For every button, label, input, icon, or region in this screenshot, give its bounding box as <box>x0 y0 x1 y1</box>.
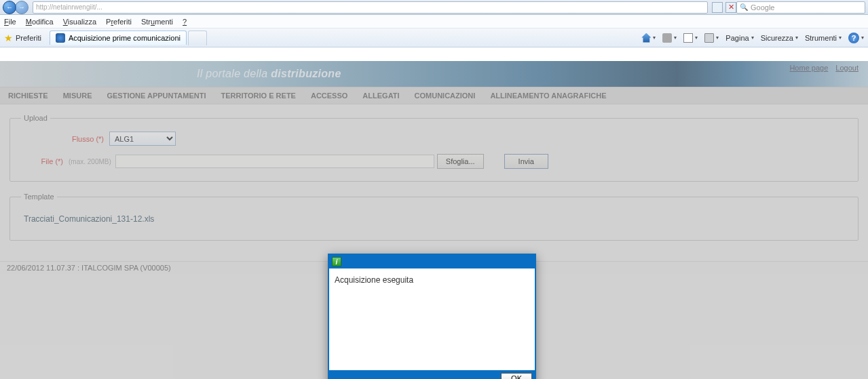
mail-button[interactable]: ▾ <box>683 33 698 43</box>
security-menu[interactable]: Sicurezza▾ <box>761 34 798 42</box>
tab-title: Acquisizione prime comunicazioni <box>69 34 181 42</box>
dialog-ok-button[interactable]: OK <box>501 373 532 379</box>
address-bar[interactable]: http://netainrwengiit/... <box>33 1 708 14</box>
stop-icon[interactable]: ✕ <box>725 2 736 13</box>
browser-tab-bar: ★ Preferiti Acquisizione prime comunicaz… <box>0 28 868 47</box>
tools-menu[interactable]: Strumenti▾ <box>805 34 842 42</box>
home-button[interactable]: ▾ <box>641 33 656 43</box>
menu-visualizza[interactable]: Visualizza <box>63 18 96 26</box>
print-icon <box>704 33 714 43</box>
page-content: Home page Logout Il portale della distri… <box>0 61 868 379</box>
menu-preferiti[interactable]: Preferiti <box>106 18 132 26</box>
info-icon: i <box>332 257 341 266</box>
browser-menu-bar: File Modifica Visualizza Preferiti Strum… <box>0 15 868 28</box>
rss-button[interactable]: ▾ <box>662 33 677 43</box>
ie-icon <box>56 33 65 43</box>
search-box[interactable]: 🔍 Google <box>736 1 865 14</box>
dialog-titlebar[interactable]: i <box>329 255 535 268</box>
menu-strumenti[interactable]: Strumenti <box>141 18 173 26</box>
menu-modifica[interactable]: Modifica <box>26 18 54 26</box>
back-button[interactable]: ← <box>3 1 16 14</box>
active-tab[interactable]: Acquisizione prime comunicazioni <box>50 31 187 45</box>
favorites-label[interactable]: Preferiti <box>16 34 41 42</box>
dialog-body: Acquisizione eseguita <box>329 268 535 370</box>
favorites-star-icon[interactable]: ★ <box>4 33 13 43</box>
menu-help[interactable]: ? <box>183 18 187 26</box>
dialog-message: Acquisizione eseguita <box>335 275 413 285</box>
browser-command-bar: ▾ ▾ ▾ ▾ Pagina▾ Sicurezza▾ Strumenti▾ ?▾ <box>641 33 864 43</box>
help-icon: ? <box>848 33 859 43</box>
search-placeholder: Google <box>751 3 774 12</box>
dialog-footer: OK <box>329 370 535 379</box>
menu-file[interactable]: File <box>4 18 16 26</box>
refresh-icon[interactable] <box>712 2 723 13</box>
home-icon <box>641 33 651 43</box>
forward-button[interactable]: → <box>15 1 29 14</box>
print-button[interactable]: ▾ <box>704 33 719 43</box>
help-button[interactable]: ?▾ <box>848 33 864 43</box>
mail-icon <box>683 33 693 43</box>
rss-icon <box>662 33 672 43</box>
browser-nav-bar: ← → http://netainrwengiit/... ✕ 🔍 Google <box>0 0 868 15</box>
info-dialog: i Acquisizione eseguita OK <box>328 254 536 379</box>
new-tab-button[interactable] <box>188 31 207 45</box>
page-menu[interactable]: Pagina▾ <box>725 34 753 42</box>
